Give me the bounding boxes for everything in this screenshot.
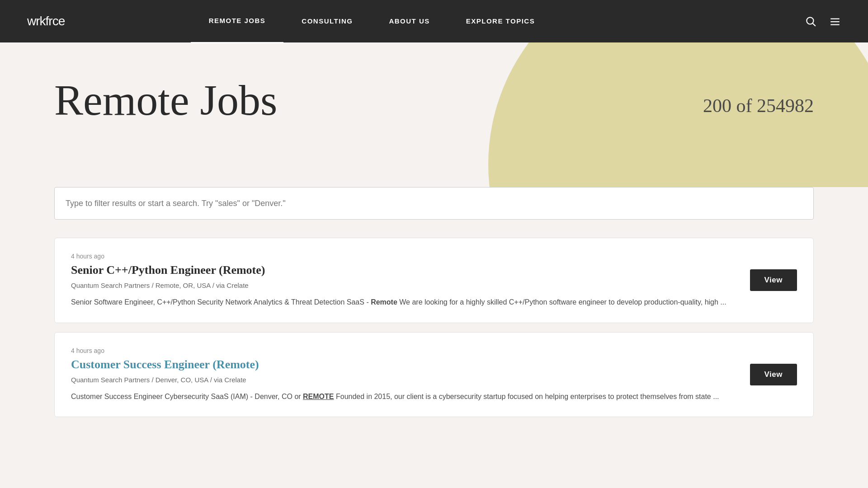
nav-item-about-us[interactable]: ABOUT US <box>371 0 448 42</box>
nav-item-consulting[interactable]: CONSULTING <box>283 0 371 42</box>
job-description: Customer Success Engineer Cybersecurity … <box>71 391 732 403</box>
nav-icons <box>805 15 841 27</box>
job-card: 4 hours ago Customer Success Engineer (R… <box>54 332 814 418</box>
job-timestamp: 4 hours ago <box>71 347 732 354</box>
page-title: Remote Jobs <box>54 79 277 122</box>
job-description: Senior Software Engineer, C++/Python Sec… <box>71 296 732 308</box>
nav-item-explore-topics[interactable]: EXPLORE TOPICS <box>448 0 553 42</box>
job-meta: Quantum Search Partners / Denver, CO, US… <box>71 376 732 384</box>
nav-item-remote-jobs[interactable]: REMOTE JOBS <box>191 0 284 43</box>
jobs-section: 4 hours ago Senior C++/Python Engineer (… <box>0 238 868 417</box>
job-timestamp: 4 hours ago <box>71 253 732 260</box>
job-card-content: 4 hours ago Senior C++/Python Engineer (… <box>71 253 750 308</box>
nav-link-explore-topics[interactable]: EXPLORE TOPICS <box>448 0 553 42</box>
svg-point-0 <box>807 17 813 24</box>
search-section <box>0 187 868 238</box>
job-card: 4 hours ago Senior C++/Python Engineer (… <box>54 238 814 323</box>
job-meta: Quantum Search Partners / Remote, OR, US… <box>71 282 732 289</box>
nav-link-about-us[interactable]: ABOUT US <box>371 0 448 42</box>
site-logo[interactable]: wrkfrce <box>27 14 65 28</box>
search-icon[interactable] <box>805 15 816 27</box>
navigation: wrkfrce REMOTE JOBS CONSULTING ABOUT US … <box>0 0 868 42</box>
hero-content: Remote Jobs 200 of 254982 <box>54 79 814 122</box>
nav-link-consulting[interactable]: CONSULTING <box>283 0 371 42</box>
hero-section: Remote Jobs 200 of 254982 <box>0 42 868 187</box>
nav-links: REMOTE JOBS CONSULTING ABOUT US EXPLORE … <box>191 0 553 43</box>
view-job-button[interactable]: View <box>750 364 797 385</box>
view-job-button[interactable]: View <box>750 269 797 291</box>
job-title: Customer Success Engineer (Remote) <box>71 358 732 371</box>
job-title: Senior C++/Python Engineer (Remote) <box>71 263 732 277</box>
menu-icon[interactable] <box>829 15 841 27</box>
svg-line-1 <box>813 23 816 26</box>
nav-link-remote-jobs[interactable]: REMOTE JOBS <box>191 0 284 43</box>
job-card-content: 4 hours ago Customer Success Engineer (R… <box>71 347 750 403</box>
search-input[interactable] <box>54 187 814 220</box>
job-count: 200 of 254982 <box>703 95 814 122</box>
